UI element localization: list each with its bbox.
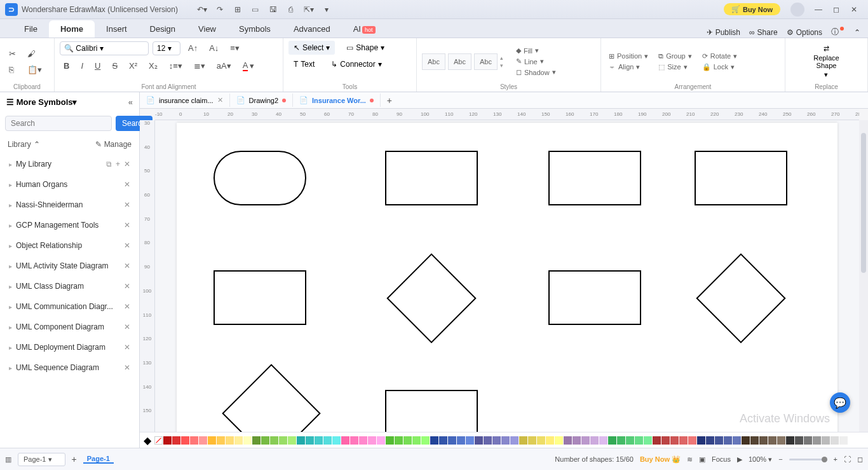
bold-button[interactable]: B: [60, 59, 73, 73]
lib-close-icon[interactable]: ✕: [124, 261, 130, 270]
subscript-button[interactable]: X₂: [145, 59, 161, 73]
avatar[interactable]: [790, 3, 804, 17]
color-swatch[interactable]: [359, 436, 367, 445]
add-page-button[interactable]: +: [72, 454, 77, 464]
color-swatch[interactable]: [750, 436, 759, 445]
lib-close-icon[interactable]: ✕: [124, 221, 130, 230]
window-minimize-button[interactable]: —: [810, 3, 827, 16]
color-swatch[interactable]: [724, 436, 732, 445]
color-swatch[interactable]: [217, 436, 225, 445]
export-button[interactable]: ⇱▾: [300, 3, 318, 16]
shadow-button[interactable]: ◻Shadow▾: [513, 67, 559, 77]
color-swatch[interactable]: [181, 436, 189, 445]
open-button[interactable]: ▭: [247, 3, 264, 16]
color-swatch[interactable]: [742, 436, 750, 445]
library-item-nassi[interactable]: ▸Nassi-Shneiderman✕: [0, 195, 139, 215]
lib-add-icon[interactable]: +: [116, 160, 120, 169]
lib-edit-icon[interactable]: ⧉: [106, 160, 112, 169]
group-button[interactable]: ⧉Group▾: [656, 52, 695, 61]
color-swatch[interactable]: [421, 436, 430, 445]
color-swatch[interactable]: [403, 436, 412, 445]
styles-scroll-down[interactable]: ▾: [500, 62, 503, 69]
color-swatch[interactable]: [590, 436, 599, 445]
color-swatch[interactable]: [448, 436, 456, 445]
color-swatch[interactable]: [715, 436, 723, 445]
color-swatch[interactable]: [733, 436, 741, 445]
eyedropper-icon[interactable]: ◆: [144, 434, 151, 446]
line-spacing-button[interactable]: ↕≡▾: [165, 59, 186, 73]
color-swatch[interactable]: [795, 436, 803, 445]
undo-button[interactable]: ↶▾: [193, 3, 211, 16]
frame-button[interactable]: ▣: [699, 455, 705, 464]
menu-insert[interactable]: Insert: [95, 20, 139, 38]
color-swatch[interactable]: [457, 436, 465, 445]
color-swatch[interactable]: [537, 436, 545, 445]
color-swatch[interactable]: [234, 436, 243, 445]
fill-button[interactable]: ◆Fill▾: [513, 46, 559, 55]
color-swatch[interactable]: [822, 436, 830, 445]
shape-rect[interactable]: [548, 270, 641, 325]
style-preset-1[interactable]: Abc: [422, 53, 445, 70]
save-button[interactable]: 🖫: [264, 3, 282, 16]
list-button[interactable]: ≣▾: [190, 59, 209, 73]
color-swatch[interactable]: [653, 436, 661, 445]
drawing-page[interactable]: [177, 123, 837, 432]
color-swatch[interactable]: [608, 436, 616, 445]
page-layout-button[interactable]: ▥: [5, 455, 11, 464]
color-swatch[interactable]: [688, 436, 696, 445]
menu-design[interactable]: Design: [139, 20, 187, 38]
lock-button[interactable]: 🔒Lock▾: [700, 62, 740, 72]
color-swatch[interactable]: [252, 436, 261, 445]
print-button[interactable]: ⎙: [282, 3, 300, 16]
color-swatch[interactable]: [475, 436, 483, 445]
focus-button[interactable]: Focus: [712, 455, 731, 463]
shape-rounded-rect[interactable]: [214, 151, 306, 205]
shape-rect[interactable]: [695, 151, 787, 205]
italic-button[interactable]: I: [77, 59, 87, 73]
line-button[interactable]: ✎Line▾: [513, 57, 559, 66]
color-swatch[interactable]: [706, 436, 714, 445]
color-swatch[interactable]: [599, 436, 607, 445]
page-selector[interactable]: Page-1 ▾: [18, 453, 65, 466]
color-swatch[interactable]: [261, 436, 269, 445]
lib-close-icon[interactable]: ✕: [124, 363, 130, 372]
share-link[interactable]: ∞Share: [749, 28, 778, 37]
format-painter-button[interactable]: 🖌: [24, 46, 46, 61]
buy-now-button[interactable]: 🛒 Buy Now: [724, 3, 780, 15]
color-swatch[interactable]: [679, 436, 688, 445]
menu-home[interactable]: Home: [49, 20, 95, 38]
shape-rect[interactable]: [385, 390, 478, 432]
doc-tab-insurance-claim[interactable]: 📄insurance claim...✕: [140, 93, 230, 107]
color-swatch[interactable]: [243, 436, 252, 445]
library-item-object-rel[interactable]: ▸Object Relationship✕: [0, 235, 139, 256]
color-swatch[interactable]: [831, 436, 839, 445]
library-item-uml-sequence[interactable]: ▸UML Sequence Diagram✕: [0, 357, 139, 378]
font-name-select[interactable]: 🔍 Calibri ▾: [60, 41, 149, 55]
color-swatch[interactable]: [626, 436, 634, 445]
library-collapse-icon[interactable]: ⌃: [34, 140, 40, 149]
menu-file[interactable]: File: [13, 20, 49, 38]
zoom-out-button[interactable]: −: [778, 455, 782, 463]
shape-rect[interactable]: [214, 270, 306, 325]
color-swatch[interactable]: [581, 436, 590, 445]
color-swatch[interactable]: [439, 436, 447, 445]
connector-tool[interactable]: ↳Connector▾: [326, 57, 386, 71]
cut-button[interactable]: ✂: [5, 46, 20, 61]
canvas[interactable]: [155, 120, 859, 432]
color-swatch[interactable]: [297, 436, 305, 445]
color-swatch[interactable]: [270, 436, 278, 445]
lib-close-icon[interactable]: ✕: [124, 343, 130, 352]
color-swatch[interactable]: [501, 436, 510, 445]
color-swatch[interactable]: [617, 436, 625, 445]
increase-font-button[interactable]: A↑: [184, 41, 201, 55]
align-obj-button[interactable]: ⫟Align▾: [606, 62, 651, 72]
shape-diamond[interactable]: [386, 253, 476, 343]
lib-close-icon[interactable]: ✕: [124, 282, 130, 291]
lib-close-icon[interactable]: ✕: [124, 180, 130, 189]
library-item-uml-class[interactable]: ▸UML Class Diagram✕: [0, 276, 139, 296]
position-button[interactable]: ⊞Position▾: [606, 52, 651, 61]
zoom-in-button[interactable]: +: [834, 455, 837, 463]
color-swatch[interactable]: [528, 436, 536, 445]
size-button[interactable]: ⬚Size▾: [656, 62, 695, 72]
style-preset-2[interactable]: Abc: [448, 53, 471, 70]
